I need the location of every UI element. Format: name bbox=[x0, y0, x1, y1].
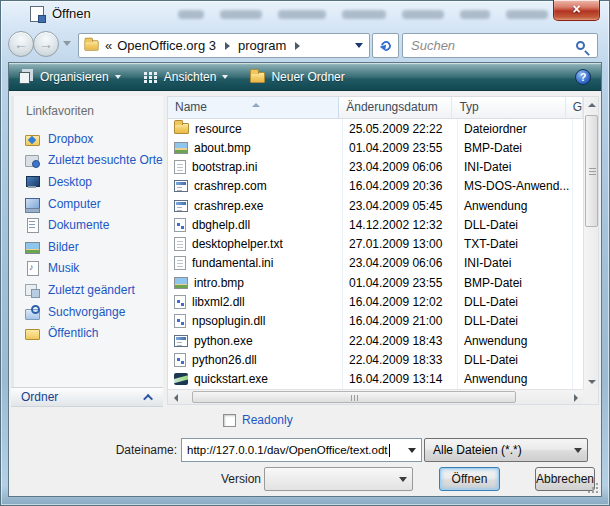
file-icon bbox=[174, 373, 188, 385]
breadcrumb-item[interactable]: program bbox=[238, 38, 286, 53]
resize-grip[interactable] bbox=[588, 483, 598, 493]
breadcrumb-collapsed-indicator[interactable]: « bbox=[105, 38, 112, 53]
file-icon bbox=[174, 142, 188, 154]
column-header-name[interactable]: Name bbox=[168, 97, 339, 118]
sidebar-item-icon bbox=[24, 152, 40, 168]
help-button[interactable]: ? bbox=[575, 69, 591, 85]
search-icon[interactable] bbox=[576, 41, 585, 50]
scroll-down-button[interactable] bbox=[584, 375, 599, 390]
address-dropdown-button[interactable] bbox=[349, 34, 369, 57]
sidebar-item[interactable]: Bilder bbox=[18, 236, 161, 258]
horizontal-scrollbar[interactable] bbox=[168, 389, 583, 404]
file-date: 16.04.2009 13:14 bbox=[342, 372, 457, 386]
sidebar-item[interactable]: Suchvorgänge bbox=[18, 301, 161, 323]
version-select[interactable] bbox=[264, 467, 413, 491]
history-dropdown-icon[interactable] bbox=[63, 41, 71, 50]
file-date: 22.04.2009 18:33 bbox=[342, 353, 457, 367]
views-label: Ansichten bbox=[164, 70, 217, 84]
chevron-down-icon bbox=[399, 477, 407, 486]
organize-icon bbox=[19, 70, 34, 84]
close-button[interactable]: × bbox=[553, 0, 600, 21]
sidebar-item[interactable]: Dropbox bbox=[18, 128, 161, 150]
scroll-left-button[interactable] bbox=[168, 390, 182, 405]
readonly-label[interactable]: Readonly bbox=[242, 413, 293, 427]
breadcrumb-item[interactable]: OpenOffice.org 3 bbox=[117, 38, 216, 53]
file-row[interactable]: desktophelper.txt 27.01.2009 13:00 TXT-D… bbox=[168, 235, 583, 254]
scroll-right-button[interactable] bbox=[569, 390, 583, 405]
file-row[interactable]: crashrep.exe 23.04.2009 05:45 Anwendung bbox=[168, 196, 583, 215]
sidebar-item[interactable]: Desktop bbox=[18, 171, 161, 193]
folders-label: Ordner bbox=[21, 390, 58, 404]
sidebar-item[interactable]: Öffentlich bbox=[18, 322, 161, 344]
file-icon bbox=[174, 277, 188, 289]
folders-expander[interactable]: Ordner bbox=[11, 387, 163, 407]
sidebar-item[interactable]: Musik bbox=[18, 258, 161, 280]
column-header-size[interactable]: G bbox=[566, 97, 583, 118]
file-row[interactable]: intro.bmp 01.04.2009 23:55 BMP-Datei bbox=[168, 273, 583, 292]
file-icon bbox=[174, 200, 188, 212]
file-row[interactable]: about.bmp 01.04.2009 23:55 BMP-Datei bbox=[168, 138, 583, 157]
file-name: desktophelper.txt bbox=[192, 237, 283, 251]
open-button[interactable]: Öffnen bbox=[439, 467, 500, 491]
vertical-scroll-thumb[interactable] bbox=[585, 115, 598, 227]
file-list: Name Änderungsdatum Typ G resource 25.05… bbox=[167, 96, 599, 405]
file-row[interactable]: npsoplugin.dll 16.04.2009 21:00 DLL-Date… bbox=[168, 312, 583, 331]
filetype-select[interactable]: Alle Dateien (*.*) bbox=[424, 438, 588, 462]
sidebar-item[interactable]: Dokumente bbox=[18, 214, 161, 236]
chevron-down-icon bbox=[574, 448, 582, 457]
filetype-dropdown-button[interactable] bbox=[568, 439, 587, 461]
readonly-checkbox[interactable] bbox=[223, 414, 236, 427]
file-name: npsoplugin.dll bbox=[192, 314, 265, 328]
refresh-button[interactable] bbox=[372, 33, 399, 58]
file-row[interactable]: fundamental.ini 23.04.2009 06:06 INI-Dat… bbox=[168, 254, 583, 273]
file-row[interactable]: crashrep.com 16.04.2009 20:36 MS-DOS-Anw… bbox=[168, 177, 583, 196]
version-dropdown-button[interactable] bbox=[393, 468, 412, 490]
file-rows: resource 25.05.2009 22:22 Dateiordner ab… bbox=[168, 119, 583, 389]
file-row[interactable]: bootstrap.ini 23.04.2009 06:06 INI-Datei bbox=[168, 158, 583, 177]
sidebar-item-label: Dropbox bbox=[48, 132, 93, 146]
sidebar-item-icon bbox=[24, 239, 40, 255]
chevron-right-icon[interactable] bbox=[225, 42, 234, 50]
file-row[interactable]: dbghelp.dll 14.12.2002 12:32 DLL-Datei bbox=[168, 215, 583, 234]
forward-button[interactable]: → bbox=[33, 31, 59, 57]
file-row[interactable]: python.exe 22.04.2009 18:43 Anwendung bbox=[168, 331, 583, 350]
back-arrow-icon: ← bbox=[14, 36, 28, 52]
chevron-down-icon bbox=[222, 75, 228, 82]
scroll-up-button[interactable] bbox=[584, 97, 599, 112]
filename-input[interactable]: http://127.0.0.1/dav/OpenOffice/text.odt bbox=[181, 438, 422, 462]
file-icon bbox=[174, 295, 186, 309]
file-row[interactable]: resource 25.05.2009 22:22 Dateiordner bbox=[168, 119, 583, 138]
file-row[interactable]: quickstart.exe 16.04.2009 13:14 Anwendun… bbox=[168, 369, 583, 388]
search-box[interactable]: Suchen bbox=[402, 33, 598, 58]
column-gridline bbox=[457, 119, 458, 389]
sidebar-item[interactable]: Zuletzt geändert bbox=[18, 279, 161, 301]
file-icon bbox=[174, 123, 189, 134]
file-date: 16.04.2009 21:00 bbox=[342, 314, 457, 328]
file-row[interactable]: python26.dll 22.04.2009 18:33 DLL-Datei bbox=[168, 350, 583, 369]
chevron-right-icon[interactable] bbox=[295, 42, 304, 50]
horizontal-scroll-thumb[interactable] bbox=[192, 391, 516, 403]
file-row[interactable]: libxml2.dll 16.04.2009 12:02 DLL-Datei bbox=[168, 292, 583, 311]
scrollbar-corner bbox=[583, 389, 598, 404]
filename-dropdown-button[interactable] bbox=[402, 439, 421, 461]
file-icon bbox=[174, 335, 188, 347]
cancel-button[interactable]: Abbrechen bbox=[535, 467, 595, 491]
views-button[interactable]: Ansichten bbox=[143, 70, 229, 84]
column-header-type[interactable]: Typ bbox=[452, 97, 565, 118]
organize-button[interactable]: Organisieren bbox=[19, 70, 121, 84]
vertical-scrollbar[interactable] bbox=[583, 97, 598, 390]
sidebar-item[interactable]: Computer bbox=[18, 193, 161, 215]
file-type: MS-DOS-Anwend... bbox=[457, 179, 572, 193]
sidebar-item[interactable]: Zuletzt besuchte Orte bbox=[18, 150, 161, 172]
new-folder-button[interactable]: Neuer Ordner bbox=[250, 70, 344, 84]
file-name: dbghelp.dll bbox=[192, 218, 250, 232]
title-bar[interactable]: Öffnen × bbox=[0, 0, 610, 28]
address-bar[interactable]: « OpenOffice.org 3 program bbox=[78, 33, 370, 58]
back-button[interactable]: ← bbox=[8, 31, 34, 57]
file-date: 25.05.2009 22:22 bbox=[342, 122, 457, 136]
sidebar-item-icon bbox=[24, 196, 40, 212]
file-name: resource bbox=[195, 122, 242, 136]
sidebar-item-icon bbox=[24, 304, 40, 320]
column-header-date[interactable]: Änderungsdatum bbox=[339, 97, 452, 118]
file-date: 23.04.2009 05:45 bbox=[342, 199, 457, 213]
